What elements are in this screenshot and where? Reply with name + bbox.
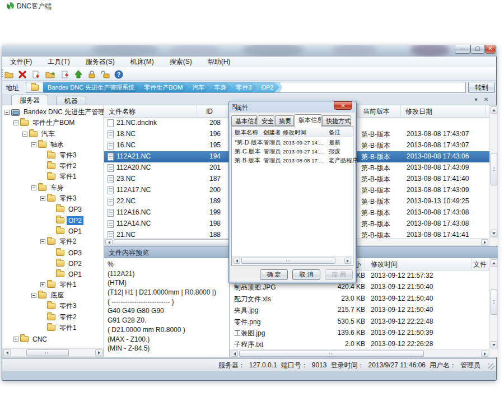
tree-item-op2b[interactable]: OP2	[2, 258, 104, 269]
scroll-right-icon[interactable]	[481, 239, 488, 245]
scroll-left-icon[interactable]	[231, 351, 238, 357]
tree-item-op2-selected[interactable]: OP2	[2, 215, 104, 226]
dialog-ok-button[interactable]: 确 定	[260, 269, 288, 280]
go-button[interactable]: 转到	[468, 82, 495, 93]
menu-server[interactable]: 服务器(S)	[78, 57, 123, 67]
collapse-icon[interactable]	[31, 293, 36, 298]
collapse-icon[interactable]	[31, 142, 36, 147]
dialog-tab-shortcut[interactable]: 快捷方式	[322, 115, 351, 126]
scroll-thumb[interactable]	[241, 258, 335, 264]
breadcrumb-root[interactable]: Bandex DNC 先进生产管理系统	[43, 82, 141, 92]
column-file-name[interactable]: 文件名称	[104, 105, 197, 118]
scroll-thumb[interactable]	[239, 351, 424, 357]
scroll-right-icon[interactable]	[481, 351, 488, 357]
tree-item-part3b[interactable]: 零件3	[2, 193, 104, 204]
panel-close-icon[interactable]: ✕	[482, 96, 490, 104]
column-version-name[interactable]: 版本名称	[235, 129, 258, 137]
attachment-row[interactable]: 夹具.jpg 215.7 KB 2013-09-12 21:50:40	[230, 305, 489, 316]
column-modify-time[interactable]: 修改时间	[365, 258, 472, 270]
dialog-hscrollbar[interactable]	[232, 256, 352, 264]
tree-item-bom[interactable]: 零件生产BOM	[2, 118, 104, 128]
tab-server[interactable]: 服务器	[11, 95, 48, 105]
scroll-left-icon[interactable]	[3, 349, 11, 356]
delete-button[interactable]	[17, 69, 27, 80]
dialog-close-button[interactable]: ✕	[334, 101, 352, 110]
tree-item-auto[interactable]: 汽车	[2, 129, 104, 139]
scroll-left-icon[interactable]	[234, 258, 240, 264]
tree-item-part1c[interactable]: 零件1	[2, 323, 104, 333]
scroll-left-icon[interactable]	[105, 239, 113, 245]
scroll-right-icon[interactable]	[95, 349, 102, 356]
tab-machine[interactable]: 机器	[56, 96, 86, 105]
address-input[interactable]: Bandex DNC 先进生产管理系统 零件生产BOM 汽车 车身 零件3 OP…	[26, 82, 466, 93]
version-row[interactable]: 第-B-版本 管理员 2013-08-08 17:... 老产品程序	[232, 156, 353, 165]
breadcrumb-bom[interactable]: 零件生产BOM	[136, 82, 189, 92]
help-button[interactable]: ?	[113, 69, 124, 80]
download-file-button[interactable]	[59, 69, 70, 80]
tree-item-op1[interactable]: OP1	[2, 226, 104, 236]
expand-icon[interactable]	[40, 282, 45, 287]
unlock-button[interactable]	[100, 69, 110, 80]
tree-item-op3b[interactable]: OP3	[2, 248, 104, 258]
attachment-vscrollbar[interactable]	[489, 258, 498, 349]
attachment-hscrollbar[interactable]	[230, 349, 489, 357]
menu-search[interactable]: 搜索(S)	[162, 57, 200, 67]
scroll-up-icon[interactable]	[491, 106, 497, 114]
tree-item-part3[interactable]: 零件3	[2, 150, 104, 161]
dialog-tab-security[interactable]: 安全	[258, 115, 274, 126]
column-creator[interactable]: 创建者	[263, 129, 281, 137]
tree-item-part3c[interactable]: 零件3	[2, 301, 104, 311]
menu-tools[interactable]: 工具(T)	[40, 57, 77, 67]
lock-button[interactable]	[86, 69, 97, 80]
collapse-icon[interactable]	[13, 120, 18, 125]
collapse-icon[interactable]	[31, 185, 36, 190]
import-folder-button[interactable]	[45, 69, 55, 80]
tree-item-root[interactable]: Bandex DNC 先进生产管理系统	[2, 107, 104, 118]
new-folder-button[interactable]	[3, 69, 14, 80]
attachment-row[interactable]: 零件.png 530.5 KB 2013-09-12 22:22:48	[230, 316, 489, 328]
scroll-down-icon[interactable]	[491, 341, 497, 348]
send-button[interactable]	[73, 69, 83, 80]
scroll-thumb[interactable]	[26, 349, 69, 356]
scroll-thumb[interactable]	[491, 153, 497, 185]
attachment-row[interactable]: 工装图.jpg 139.6 KB 2013-09-12 21:50:39	[230, 328, 489, 339]
menu-machine[interactable]: 机床(M)	[123, 57, 162, 67]
version-row[interactable]: 第-C-版本 管理员 2013-09-27 14:... 报废	[232, 147, 353, 156]
tree-item-part1b[interactable]: 零件1	[2, 279, 104, 290]
collapse-icon[interactable]	[40, 239, 45, 244]
tree-item-part1[interactable]: 零件1	[2, 171, 104, 182]
tree-item-part2[interactable]: 零件2	[2, 161, 104, 171]
tree-item-cnc[interactable]: CNC	[2, 334, 104, 344]
upload-file-button[interactable]	[30, 69, 41, 80]
tree-hscrollbar[interactable]	[2, 348, 104, 357]
tree-item-op1b[interactable]: OP1	[2, 269, 104, 279]
menu-file[interactable]: 文件(F)	[2, 57, 40, 67]
tree-item-carbody[interactable]: 车身	[2, 183, 104, 193]
dialog-tab-basic[interactable]: 基本信息	[231, 115, 257, 126]
menu-help[interactable]: 帮助(H)	[200, 57, 239, 67]
tree-item-part2b[interactable]: 零件2	[2, 236, 104, 247]
dialog-cancel-button[interactable]: 取 消	[292, 269, 320, 280]
dialog-apply-button[interactable]: 应 用	[325, 269, 353, 280]
file-list-vscrollbar[interactable]	[489, 105, 498, 238]
minimize-button[interactable]: —	[455, 45, 470, 54]
expand-icon[interactable]	[13, 337, 18, 342]
attachment-row[interactable]: 制品顶图.JPG 420.4 KB 2013-09-12 21:50:40	[230, 282, 489, 293]
attachment-row[interactable]: 配刀文件.xls 23.0 KB 2013-09-12 21:50:40	[230, 293, 489, 305]
maximize-button[interactable]: ▢	[470, 45, 485, 54]
dialog-tab-version-info[interactable]: 版本信息	[295, 114, 321, 127]
collapse-icon[interactable]	[4, 110, 10, 115]
collapse-icon[interactable]	[40, 196, 45, 201]
tree-item-base[interactable]: 底座	[2, 290, 104, 301]
tree-item-op3[interactable]: OP3	[2, 204, 104, 214]
scroll-up-icon[interactable]	[491, 259, 497, 267]
column-id[interactable]: ID	[197, 105, 226, 118]
attachment-row[interactable]: 子程序.txt 2.0 KB 2013-09-12 22:26:28	[230, 339, 489, 350]
resize-grip[interactable]	[488, 363, 494, 370]
version-row[interactable]: *第-D-版本 管理员 2013-09-27 14:... 最新	[232, 138, 353, 147]
tree-item-bearing[interactable]: 轴承	[2, 139, 104, 150]
scroll-thumb[interactable]	[491, 290, 497, 315]
close-button[interactable]: ✕	[485, 45, 496, 54]
collapse-icon[interactable]	[22, 132, 27, 137]
scroll-right-icon[interactable]	[344, 258, 351, 264]
